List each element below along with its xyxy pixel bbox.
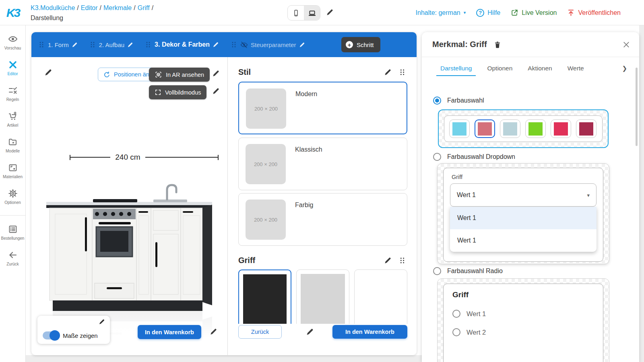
display-option-label: Farbauswahl Dropdown xyxy=(447,153,515,160)
sidebar-item-bestellungen[interactable]: Bestellungen xyxy=(0,224,26,241)
edit-handle-section-pencil-icon[interactable] xyxy=(384,257,392,264)
desktop-view-button[interactable] xyxy=(304,6,320,20)
handle-section-drag-handle-icon[interactable] xyxy=(398,257,406,264)
panel-scrollbar[interactable] xyxy=(636,68,638,146)
breadcrumb-link-root[interactable]: K3.Modulküche xyxy=(31,4,75,11)
color-cell-3[interactable] xyxy=(500,119,520,138)
handle-swatch-gray[interactable] xyxy=(296,269,349,330)
style-card-farbig[interactable]: 200 × 200 Farbig xyxy=(238,193,407,246)
header-actions: Inhalte: german ▾ ? Hilfe Live Version V… xyxy=(416,0,621,25)
tab-aktionen[interactable]: Aktionen xyxy=(528,65,552,72)
drag-handle-icon[interactable] xyxy=(89,41,96,48)
color-cell-1[interactable] xyxy=(449,119,470,138)
radio-option-wert1[interactable]: Wert 1 xyxy=(452,310,594,318)
swatch-color xyxy=(243,274,287,325)
help-button[interactable]: ? Hilfe xyxy=(476,9,500,17)
tab-werte[interactable]: Werte xyxy=(568,65,584,72)
breadcrumb-link-merkmale[interactable]: Merkmale xyxy=(103,4,132,11)
sidebar-item-optionen[interactable]: Optionen xyxy=(0,189,26,205)
radio-selected-icon xyxy=(433,97,441,105)
display-option-farbauswahl[interactable]: Farbauswahl xyxy=(433,97,484,105)
edit-fullscreen-button-pencil-icon[interactable] xyxy=(212,87,220,95)
orders-list-icon xyxy=(8,224,18,234)
color-cell-6[interactable] xyxy=(576,119,597,138)
edit-ar-button-pencil-icon[interactable] xyxy=(212,70,220,77)
handle-swatch-white[interactable] xyxy=(354,269,407,330)
sidebar-item-zurueck[interactable]: Zurück xyxy=(0,250,26,266)
step-tab-aufbau[interactable]: 2. Aufbau xyxy=(99,41,124,48)
dropdown-select[interactable]: Wert 1 ▾ xyxy=(450,183,597,207)
eye-off-icon[interactable] xyxy=(240,41,248,49)
color-cell-2-selected[interactable] xyxy=(475,119,495,138)
back-button[interactable]: Zurück xyxy=(238,325,282,339)
step-tab-dekor-farben[interactable]: 3. Dekor & Farben xyxy=(155,41,210,48)
edit-style-section-pencil-icon[interactable] xyxy=(384,68,392,76)
sidebar-item-editor[interactable]: Editor xyxy=(0,60,26,76)
pencil-icon[interactable] xyxy=(127,42,133,48)
color-cell-5[interactable] xyxy=(551,119,571,138)
measure-toggle-label: Maße zeigen xyxy=(63,332,98,339)
step-tab-steuerparameter[interactable]: Steuerparameter xyxy=(251,41,296,48)
sidebar-item-vorschau[interactable]: Vorschau xyxy=(0,34,26,50)
breadcrumb-link-editor[interactable]: Editor xyxy=(81,4,98,11)
language-label: Inhalte: german xyxy=(416,9,460,16)
edit-toggle-pencil-icon[interactable] xyxy=(99,319,105,325)
add-to-cart-label: In den Warenkorb xyxy=(345,329,394,335)
page-background-strip-right xyxy=(639,25,644,362)
add-to-cart-button-options[interactable]: In den Warenkorb xyxy=(332,325,407,339)
measure-toggle-switch[interactable] xyxy=(43,331,59,339)
add-step-button[interactable]: + Schritt xyxy=(341,37,380,52)
sidebar-item-artikel[interactable]: Artikel xyxy=(0,111,26,128)
display-option-label: Farbauswahl xyxy=(447,97,484,104)
dropdown-option-1[interactable]: Wert 1 xyxy=(450,207,597,229)
dropdown-option-2[interactable]: Wert 1 xyxy=(450,229,597,252)
trash-icon[interactable] xyxy=(493,41,502,49)
display-option-farbauswahl-radio[interactable]: Farbauswahl Radio xyxy=(433,267,503,275)
close-icon[interactable] xyxy=(622,41,630,49)
color-picker-row xyxy=(444,115,603,142)
mobile-view-button[interactable] xyxy=(288,6,304,20)
view-in-ar-button[interactable]: In AR ansehen xyxy=(149,68,210,82)
drag-handle-icon[interactable] xyxy=(144,41,152,48)
handle-swatch-black[interactable] xyxy=(238,269,291,330)
pencil-icon[interactable] xyxy=(72,42,78,48)
pencil-icon[interactable] xyxy=(299,42,305,48)
step-dekor-farben: 3. Dekor & Farben xyxy=(144,41,219,48)
tab-darstellung[interactable]: Darstellung xyxy=(440,65,472,72)
style-card-modern[interactable]: 200 × 200 Modern xyxy=(238,82,407,134)
breadcrumb: K3.Modulküche/Editor/Merkmale/Griff/ Dar… xyxy=(31,3,155,23)
style-section-drag-handle-icon[interactable] xyxy=(398,68,406,76)
pencil-icon[interactable] xyxy=(213,41,219,48)
measure-toggle-row: Maße zeigen xyxy=(43,331,98,339)
publish-button[interactable]: Veröffentlichen xyxy=(567,9,621,16)
language-selector[interactable]: Inhalte: german ▾ xyxy=(416,9,466,16)
fullscreen-mode-button[interactable]: Vollbildmodus xyxy=(149,85,206,99)
chevron-right-icon[interactable]: ❯ xyxy=(622,65,627,72)
live-version-button[interactable]: Live Version xyxy=(511,9,557,16)
edit-device-frame-pencil-icon[interactable] xyxy=(326,8,334,16)
color-cell-4[interactable] xyxy=(525,119,546,138)
add-to-cart-label: In den Warenkorb xyxy=(145,329,194,335)
display-option-farbauswahl-dropdown[interactable]: Farbauswahl Dropdown xyxy=(433,153,515,161)
sidebar-item-regeln[interactable]: Regeln xyxy=(0,86,26,102)
add-to-cart-button-preview[interactable]: In den Warenkorb xyxy=(138,325,201,339)
edit-footer-pencil-icon[interactable] xyxy=(306,328,314,336)
sidebar-item-modelle[interactable]: Modelle xyxy=(0,137,26,153)
radio-option-wert2[interactable]: Wert 2 xyxy=(452,328,594,336)
sidebar-item-materialien[interactable]: Materialien xyxy=(0,163,26,179)
toggle-knob xyxy=(50,330,60,341)
breadcrumb-link-griff[interactable]: Griff xyxy=(138,4,150,11)
drag-handle-icon[interactable] xyxy=(38,41,45,48)
step-tab-form[interactable]: 1. Form xyxy=(48,41,69,48)
sidebar-item-label: Regeln xyxy=(6,97,19,102)
drag-handle-icon[interactable] xyxy=(230,41,237,48)
tab-optionen[interactable]: Optionen xyxy=(487,65,512,72)
kitchen-3d-preview[interactable] xyxy=(37,165,221,338)
preview-pane: Positionen än In AR ansehen Vollbildmodu… xyxy=(31,57,227,355)
edit-preview-pencil-icon[interactable] xyxy=(44,68,52,76)
breadcrumb-separator: / xyxy=(98,4,103,11)
color-swatch xyxy=(452,122,466,136)
style-card-klassisch[interactable]: 200 × 200 Klassisch xyxy=(238,138,407,190)
edit-cart-button-pencil-icon[interactable] xyxy=(210,328,217,335)
app-logo[interactable]: K3 xyxy=(0,0,26,25)
